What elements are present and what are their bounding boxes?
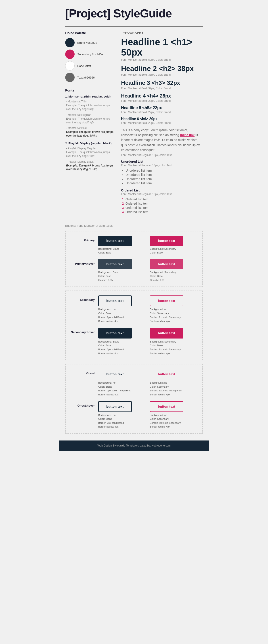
secondary-brand-button[interactable]: button text [98,296,132,306]
secondary-secondary-variant: button text Background: noColor: Seconda… [150,296,198,323]
secondary-brand-desc: Background: noColor: BrandBorder: 2px so… [98,308,124,323]
header: [Project] StyleGuide [59,0,209,24]
secondary-secondary-hover-button[interactable]: button text [150,328,183,338]
font-variant-regular: - Montserrat Regular Example: The quick … [65,113,114,124]
color-palette-section: Color Palette Brand #162838 Secondary #c… [65,31,114,82]
primary-label: Primary [70,236,95,242]
primary-secondary-hover-button[interactable]: button text [150,259,183,269]
body-copy: This is a body copy: Lorem ipsum dolor s… [121,128,203,153]
secondary-label: Secondary #cc1d5e [77,53,103,56]
font-variant-playfair-black: - Playfair Display Black Example: The qu… [65,160,114,172]
typography-label: Typography [121,31,203,34]
list-item: Ordered list item [126,210,203,214]
ghost-secondary-hover-variant: button text Background: noColor: Seconda… [150,401,198,429]
left-column: Color Palette Brand #162838 Secondary #c… [65,31,114,219]
ghost-hover-label: Ghost:hover [70,401,95,407]
font-thin-example: Example: The quick brown fox jumps over … [66,104,114,111]
primary-secondary-hover-desc: Background: SecondaryColor: BaseOpacity:… [150,270,176,282]
font-regular-name: - Montserrat Regular [66,113,114,116]
font-bold-name: - Montserrat Bold [66,126,114,130]
primary-secondary-hover-variant: button text Background: SecondaryColor: … [150,259,198,282]
h1-meta: Font: Montserrat Bold, 50px, Color: Bran… [121,58,203,61]
font-playfair-regular-name: - Playfair Display Regular [66,147,114,150]
font-playfair-black-example: Example: The quick brown fox jumps over … [66,164,114,172]
secondary-hover-button-row: Secondary:hover button text Background: … [70,328,198,356]
font-group-montserrat: 1. Montserrat (thin, regular, bold) - Mo… [65,95,114,138]
secondary-swatch [65,50,75,59]
buttons-section: Buttons: Font: Montserrat Bold, 18px Pri… [59,219,209,434]
ghost-hover-button-row: Ghost:hover button text Background: noCo… [70,401,198,429]
secondary-brand-hover-button[interactable]: button text [98,328,132,338]
font-variant-thin: - Montserrat Thin Example: The quick bro… [65,100,114,111]
ghost-brand-hover-variant: button text Background: noColor: BrandBo… [98,401,146,429]
h1-sample: Headline 1 <h1> 50px [121,37,203,58]
right-column: Typography Headline 1 <h1> 50px Font: Mo… [121,31,203,219]
primary-brand-button[interactable]: button text [98,236,132,246]
h4-meta: Font: Montserrat Bold, 28px, Color: Bran… [121,99,203,102]
ghost-button-row: Ghost button text Background: noColor: B… [70,369,198,396]
main-content: Color Palette Brand #162838 Secondary #c… [59,26,209,219]
color-item-text: Text #666666 [65,73,114,82]
fonts-title: Fonts [65,88,114,92]
h5-meta: Font: Montserrat Bold, 22px, Color: Bran… [121,111,203,114]
font-group-playfair: 2. Playfair Display (regular, black) - P… [65,142,114,171]
font-playfair-black-name: - Playfair Display Black [66,160,114,163]
secondary-secondary-hover-desc: Background: SecondaryColor: BaseBorder: … [150,340,181,356]
primary-brand-variant: button text Background: BrandColor: Base [98,236,146,255]
h6-sample: Headline 6 <h6> 20px [121,117,203,121]
list-item: Ordered list item [126,206,203,210]
buttons-header: Buttons: Font: Montserrat Bold, 18px [65,224,203,228]
typography-section: Typography Headline 1 <h1> 50px Font: Mo… [121,31,203,214]
color-item-secondary: Secondary #cc1d5e [65,50,114,59]
primary-brand-hover-button[interactable]: button text [98,259,132,269]
fonts-section: Fonts 1. Montserrat (thin, regular, bold… [65,88,114,171]
unordered-list: Unordered list item Unordered list item … [121,169,203,185]
ghost-brand-hover-desc: Background: noColor: BrandBorder: 2px so… [98,413,124,429]
secondary-secondary-button[interactable]: button text [150,296,183,306]
h3-sample: Headline 3 <h3> 32px [121,80,203,86]
ghost-secondary-variant: button text Background: noColor: Seconda… [150,369,198,396]
font-variant-playfair-regular: - Playfair Display Regular Example: The … [65,147,114,158]
font-regular-example: Example: The quick brown fox jumps over … [66,117,114,124]
font-variant-bold: - Montserrat Bold Example: The quick bro… [65,126,114,138]
font-playfair-regular-example: Example: The quick brown fox jumps over … [66,150,114,158]
secondary-brand-variant: button text Background: noColor: BrandBo… [98,296,146,323]
list-item: Ordered list item [126,198,203,201]
ghost-brand-hover-button[interactable]: button text [98,401,132,412]
inline-link[interactable]: inline link [180,133,195,137]
ghost-label: Ghost [70,369,95,375]
h5-sample: Headline 5 <h5> 22px [121,106,203,110]
font-bold-example: Example: The quick brown fox jumps over … [66,130,114,138]
ordered-list-section: Ordered List Font: Montserrat Regular, 1… [121,188,203,214]
unordered-list-title: Unordered List [121,160,203,163]
secondary-brand-hover-desc: Background: BrandColor: BaseBorder: 2px … [98,340,124,356]
primary-secondary-button[interactable]: button text [150,236,183,246]
secondary-label: Secondary [70,296,95,302]
body-meta: Font: Montserrat Regular, 18px, color: T… [121,154,203,157]
h4-sample: Headline 4 <h4> 28px [121,93,203,99]
list-item: Unordered list item [126,177,203,181]
unordered-list-section: Unordered List Font: Montserrat Regular,… [121,160,203,185]
ghost-secondary-hover-button[interactable]: button text [150,401,183,412]
secondary-brand-hover-variant: button text Background: BrandColor: Base… [98,328,146,356]
text-swatch [65,73,75,82]
primary-secondary-variant: button text Background: SecondaryColor: … [150,236,198,255]
ghost-secondary-button[interactable]: button text [150,369,183,380]
brand-swatch [65,38,75,47]
secondary-hover-label: Secondary:hover [70,328,95,334]
primary-secondary-desc: Background: SecondaryColor: Base [150,247,176,255]
color-item-brand: Brand #162838 [65,38,114,47]
list-item: Ordered list item [126,202,203,205]
unordered-list-meta: Font: Montserrat Regular, 18px, color: T… [121,164,203,167]
text-label: Text #666666 [77,76,95,79]
buttons-font-meta: Font: Montserrat Bold, 18px [77,224,113,228]
page-wrapper: [Project] StyleGuide Color Palette Brand… [59,0,209,460]
ghost-button-group: Ghost button text Background: noColor: B… [65,364,203,434]
ghost-brand-button[interactable]: button text [98,369,132,380]
h2-meta: Font: Montserrat Bold, 38px, Color: Bran… [121,73,203,76]
color-item-base: Base #ffffff [65,61,114,70]
primary-button-row: Primary button text Background: BrandCol… [70,236,198,255]
ghost-brand-variant: button text Background: noColor: BrandBo… [98,369,146,396]
list-item: Unordered list item [126,182,203,185]
secondary-button-group: Secondary button text Background: noColo… [65,290,203,360]
